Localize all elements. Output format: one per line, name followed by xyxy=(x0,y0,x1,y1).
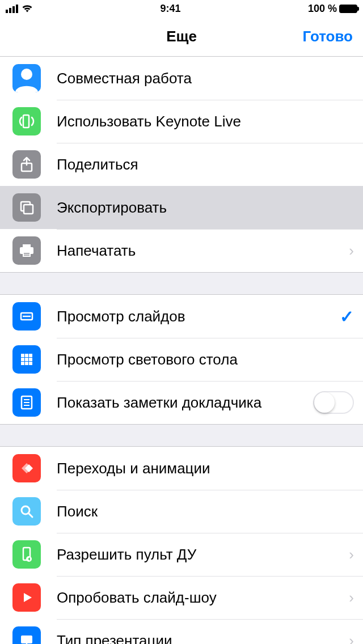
play-icon xyxy=(12,583,41,612)
svg-rect-18 xyxy=(21,362,24,365)
presenter-notes-toggle[interactable] xyxy=(313,391,354,414)
share-icon xyxy=(12,150,41,179)
row-label: Тип презентации xyxy=(57,632,349,645)
row-label: Просмотр слайдов xyxy=(57,308,340,325)
row-rehearse[interactable]: Опробовать слайд-шоу › xyxy=(0,576,363,619)
chevron-right-icon: › xyxy=(349,589,354,607)
wifi-icon xyxy=(22,5,33,12)
done-button[interactable]: Готово xyxy=(303,28,353,45)
row-label: Совместная работа xyxy=(57,70,354,87)
row-light-table[interactable]: Просмотр светового стола xyxy=(0,338,363,381)
svg-rect-13 xyxy=(25,354,28,357)
row-label: Экспортировать xyxy=(57,199,354,217)
row-label: Напечатать xyxy=(57,242,349,260)
remote-icon xyxy=(12,540,41,569)
signal-icon xyxy=(6,5,18,13)
row-label: Показать заметки докладчика xyxy=(57,394,313,412)
chevron-right-icon: › xyxy=(349,546,354,564)
row-transitions[interactable]: Переходы и анимации xyxy=(0,447,363,490)
row-label: Просмотр светового стола xyxy=(57,351,354,368)
svg-rect-12 xyxy=(21,354,24,357)
svg-rect-15 xyxy=(21,358,24,361)
row-keynote-live[interactable]: Использовать Keynote Live xyxy=(0,100,363,143)
row-label: Поделиться xyxy=(57,156,354,173)
row-search[interactable]: Поиск xyxy=(0,490,363,533)
presenter-notes-icon xyxy=(12,388,41,417)
row-label: Переходы и анимации xyxy=(57,460,354,477)
row-presentation-type[interactable]: Тип презентации › xyxy=(0,619,363,644)
row-label: Опробовать слайд-шоу xyxy=(57,589,349,607)
row-slide-view[interactable]: Просмотр слайдов ✓ xyxy=(0,295,363,338)
status-right: 100 % xyxy=(308,3,357,15)
svg-rect-1 xyxy=(23,115,29,128)
search-icon xyxy=(12,497,41,526)
svg-point-0 xyxy=(21,69,32,80)
svg-rect-14 xyxy=(29,354,32,357)
row-label: Использовать Keynote Live xyxy=(57,113,354,130)
nav-title: Еще xyxy=(166,28,197,45)
status-left xyxy=(6,5,33,13)
status-time: 9:41 xyxy=(160,3,180,15)
row-print[interactable]: Напечатать › xyxy=(0,229,363,272)
row-label: Разрешить пульт ДУ xyxy=(57,546,349,564)
row-remote[interactable]: Разрешить пульт ДУ › xyxy=(0,533,363,576)
svg-rect-19 xyxy=(25,362,28,365)
svg-rect-20 xyxy=(29,362,32,365)
row-export[interactable]: Экспортировать xyxy=(0,186,363,229)
export-icon xyxy=(12,193,41,222)
checkmark-icon: ✓ xyxy=(340,307,354,327)
light-table-icon xyxy=(12,345,41,374)
nav-bar: Еще Готово xyxy=(0,17,363,57)
svg-rect-4 xyxy=(24,205,33,214)
keynote-live-icon xyxy=(12,107,41,135)
svg-rect-17 xyxy=(29,358,32,361)
chevron-right-icon: › xyxy=(349,242,354,260)
svg-rect-6 xyxy=(23,244,31,248)
svg-line-26 xyxy=(28,513,32,517)
row-share[interactable]: Поделиться xyxy=(0,143,363,186)
transitions-icon xyxy=(12,454,41,482)
battery-icon xyxy=(339,5,357,13)
svg-rect-16 xyxy=(25,358,28,361)
row-presenter-notes[interactable]: Показать заметки докладчика xyxy=(0,381,363,424)
person-icon xyxy=(12,64,41,92)
slide-view-icon xyxy=(12,302,41,331)
battery-percent: 100 % xyxy=(308,3,337,15)
print-icon xyxy=(12,236,41,265)
section-separator xyxy=(0,272,363,295)
section-separator xyxy=(0,424,363,447)
row-collaborate[interactable]: Совместная работа xyxy=(0,57,363,100)
presentation-type-icon xyxy=(12,626,41,644)
svg-rect-29 xyxy=(21,635,32,643)
chevron-right-icon: › xyxy=(349,632,354,645)
row-label: Поиск xyxy=(57,503,354,520)
svg-rect-7 xyxy=(23,252,31,257)
status-bar: 9:41 100 % xyxy=(0,0,363,17)
